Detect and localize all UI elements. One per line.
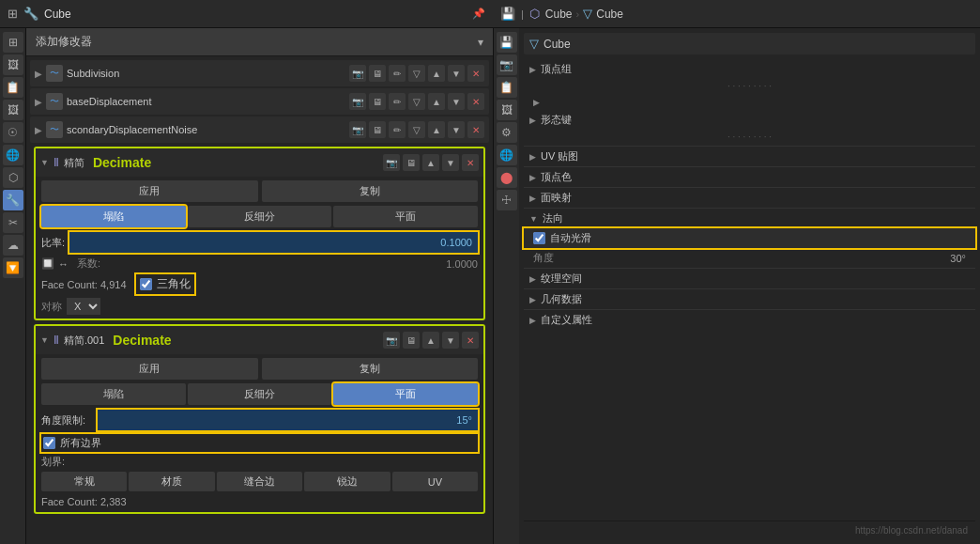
div-material-btn[interactable]: 材质	[129, 472, 214, 491]
mod2-filter-btn[interactable]: ▽	[408, 93, 425, 110]
section-header-normals[interactable]: ▼ 法向	[524, 209, 975, 228]
section-custom-props: ▶ 自定义属性	[524, 309, 975, 330]
mod-actions-basedisp: 📷 🖥 ✏ ▽ ▲ ▼ ✕	[349, 93, 484, 110]
mod3-down-btn[interactable]: ▼	[448, 121, 465, 138]
right-tb-view-btn[interactable]: 🖼	[497, 100, 517, 120]
decimate1-triangulate-checkbox[interactable]	[140, 278, 152, 290]
modifier-subdivision: ▶ 〜 Subdivision 📷 🖥 ✏ ▽ ▲ ▼ ✕	[30, 60, 489, 86]
right-tb-camera-btn[interactable]: 📷	[497, 54, 517, 75]
mod2-render-btn[interactable]: 🖥	[369, 93, 386, 110]
toolbar-object-btn[interactable]: ⬡	[3, 167, 23, 188]
right-tb-settings-btn[interactable]: ⚙	[497, 122, 517, 143]
toolbar-constraints-btn[interactable]: 🔽	[3, 257, 23, 278]
mod2-edit-btn[interactable]: ✏	[389, 93, 406, 110]
mod-filter-btn[interactable]: ▽	[408, 65, 425, 82]
mod3-delete-btn[interactable]: ✕	[467, 121, 484, 138]
dots-spacer1: · · · · · · · · ·	[524, 79, 975, 93]
decimate2-angle-input[interactable]	[98, 410, 478, 430]
mod-up-btn[interactable]: ▲	[428, 65, 445, 82]
right-tb-red-btn[interactable]: ⬤	[497, 167, 517, 188]
mod3-camera-btn[interactable]: 📷	[349, 121, 366, 138]
right-tb-cross-btn[interactable]: ☩	[497, 190, 517, 210]
decimate2-down-btn[interactable]: ▼	[442, 332, 459, 349]
decimate2-up-btn[interactable]: ▲	[422, 332, 439, 349]
mod2-down-btn[interactable]: ▼	[448, 93, 465, 110]
right-tb-output-btn[interactable]: 📋	[497, 77, 517, 98]
bottom-url-text: https://blog.csdn.net/danad	[855, 525, 968, 536]
decimate1-up-btn[interactable]: ▲	[422, 154, 439, 171]
decimate2-tab-collapse[interactable]: 塌陷	[41, 383, 186, 405]
toolbar-scene2-btn[interactable]: ☉	[3, 122, 23, 143]
auto-smooth-checkbox[interactable]	[533, 232, 545, 244]
decimate2-tab-unsubdiv[interactable]: 反细分	[188, 383, 332, 405]
decimate2-tab-planar[interactable]: 平面	[333, 383, 478, 405]
mod-render-btn[interactable]: 🖥	[369, 65, 386, 82]
save-icon: 💾	[500, 7, 515, 21]
decimate1-apply-row: 应用 复制	[41, 180, 478, 202]
toolbar-particles-btn[interactable]: ✂	[3, 212, 23, 233]
right-panel-header: 💾 | ⬡ Cube › ▽ Cube	[493, 0, 980, 28]
decimate1-icon: Ⅱ	[54, 156, 59, 169]
mod-actions-secondary: 📷 🖥 ✏ ▽ ▲ ▼ ✕	[349, 121, 484, 138]
decimate1-triangulate-label: 三角化	[157, 276, 191, 292]
decimate1-delete-btn[interactable]: ✕	[462, 154, 479, 171]
decimate1-tab-unsubdiv[interactable]: 反细分	[188, 206, 332, 227]
section-header-shapekeys[interactable]: ▶ 形态键	[524, 110, 975, 130]
section-header-geodata[interactable]: ▶ 几何数据	[524, 289, 975, 309]
decimate1-camera-btn[interactable]: 📷	[383, 154, 400, 171]
decimate2-all-boundary-checkbox[interactable]	[43, 437, 55, 449]
section-header-texturespace[interactable]: ▶ 纹理空间	[524, 269, 975, 288]
mod-edit-btn[interactable]: ✏	[389, 65, 406, 82]
mod-down-btn[interactable]: ▼	[448, 65, 465, 82]
decimate1-render-btn[interactable]: 🖥	[403, 154, 420, 171]
right-tb-world-btn[interactable]: 🌐	[497, 145, 517, 165]
decimate1-copy-btn[interactable]: 复制	[262, 180, 479, 202]
decimate2-camera-btn[interactable]: 📷	[383, 332, 400, 349]
decimate-block-1: ▼ Ⅱ 精简 Decimate 📷 🖥 ▲ ▼ ✕	[34, 147, 485, 320]
mod3-render-btn[interactable]: 🖥	[369, 121, 386, 138]
add-modifier-bar[interactable]: 添加修改器 ▾	[26, 28, 493, 56]
toolbar-render-btn[interactable]: 🖼	[3, 54, 23, 75]
right-tb-save-btn[interactable]: 💾	[497, 32, 517, 53]
mod3-edit-btn[interactable]: ✏	[389, 121, 406, 138]
mod-delete-btn[interactable]: ✕	[467, 65, 484, 82]
decimate1-ratio-input[interactable]	[69, 232, 478, 253]
section-header-vertex[interactable]: ▶ 顶点组	[524, 59, 975, 79]
decimate1-apply-btn[interactable]: 应用	[41, 180, 258, 202]
mod2-delete-btn[interactable]: ✕	[467, 93, 484, 110]
div-sharp-btn[interactable]: 锐边	[304, 472, 390, 491]
toolbar-scene-btn[interactable]: ⊞	[3, 32, 23, 53]
section-arrow-customprops: ▶	[529, 316, 536, 325]
toolbar-view-btn[interactable]: 🖼	[3, 100, 23, 120]
div-normal-btn[interactable]: 常规	[41, 472, 127, 491]
mod2-up-btn[interactable]: ▲	[428, 93, 445, 110]
section-arrow-geodata: ▶	[529, 295, 536, 304]
decimate1-sym-axis[interactable]: X Y Z	[67, 298, 100, 315]
decimate1-facecount: Face Count: 4,914	[41, 279, 127, 290]
mod-icon-basedisp: 〜	[46, 93, 63, 110]
decimate2-render-btn[interactable]: 🖥	[403, 332, 420, 349]
section-header-customprops[interactable]: ▶ 自定义属性	[524, 310, 975, 330]
toolbar-world-btn[interactable]: 🌐	[3, 145, 23, 165]
toolbar-output-btn[interactable]: 📋	[3, 77, 23, 98]
section-label-texturespace: 纹理空间	[541, 272, 582, 286]
decimate2-copy-btn[interactable]: 复制	[262, 358, 479, 380]
decimate1-tab-collapse[interactable]: 塌陷	[41, 206, 186, 227]
angle-value: 30°	[950, 253, 966, 264]
div-seam-btn[interactable]: 缝合边	[217, 472, 302, 491]
toolbar-physics-btn[interactable]: ☁	[3, 235, 23, 256]
div-uv-btn[interactable]: UV	[392, 472, 478, 491]
section-header-uvmap[interactable]: ▶ UV 贴图	[524, 147, 975, 166]
decimate2-delete-btn[interactable]: ✕	[462, 332, 479, 349]
mod3-up-btn[interactable]: ▲	[428, 121, 445, 138]
toolbar-modifier-btn[interactable]: 🔧	[3, 190, 23, 210]
mod2-camera-btn[interactable]: 📷	[349, 93, 366, 110]
mod3-filter-btn[interactable]: ▽	[408, 121, 425, 138]
vertex-icon: 🔲	[41, 257, 54, 270]
section-header-vertexcolor[interactable]: ▶ 顶点色	[524, 167, 975, 187]
decimate1-down-btn[interactable]: ▼	[442, 154, 459, 171]
section-header-facemap[interactable]: ▶ 面映射	[524, 188, 975, 208]
decimate2-apply-btn[interactable]: 应用	[41, 358, 258, 380]
decimate1-tab-planar[interactable]: 平面	[333, 206, 478, 227]
mod-camera-btn[interactable]: 📷	[349, 65, 366, 82]
